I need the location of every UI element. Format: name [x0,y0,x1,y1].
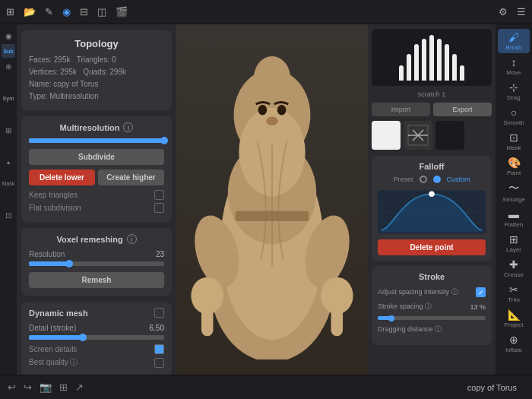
import-button[interactable]: Import [372,103,430,116]
toolbar-icon-grid[interactable]: ⊞ [6,6,14,17]
dragging-distance-row: Dragging distance ⓘ [378,325,486,334]
flat-subdivision-checkbox[interactable] [154,203,164,213]
left-side-icons: ◉ Sub ⊕ Sym ⊞ ▲ Mask ⊡ [0,24,17,375]
multiresolution-info-icon[interactable]: i [123,122,133,132]
delete-point-button[interactable]: Delete point [378,239,486,255]
topology-info: Faces: 295k Triangles: 0 Vertices: 295k … [29,54,164,103]
svg-rect-15 [236,211,309,221]
export-button[interactable]: Export [433,103,492,116]
tool-layer[interactable]: ⊞ Layer [498,231,530,255]
viewport[interactable] [176,24,368,375]
bottom-icon-camera[interactable]: 📷 [40,382,52,393]
multiresolution-slider[interactable] [29,138,164,143]
left-icon-sub[interactable]: Sub [2,44,15,58]
toolbar-icon-video[interactable]: 🎬 [116,6,128,17]
left-icon-grid[interactable]: ⊞ [2,123,15,137]
left-icon-plus[interactable]: ⊕ [2,59,15,73]
stroke-section: Stroke Adjust spacing intensity ⓘ ✓ Stro… [372,266,492,345]
tool-project[interactable]: 📐 Project [498,306,530,331]
smudge-tool-icon: 〜 [508,182,519,195]
inflate-tool-label: Inflate [505,347,522,353]
left-icon-smooth[interactable]: ▲ [2,155,15,169]
falloff-section: Falloff Preset Custom [372,156,492,261]
keep-triangles-checkbox[interactable] [154,190,164,200]
stroke-spacing-row: Stroke spacing ⓘ 13 % [378,302,486,312]
keep-triangles-row: Keep triangles [29,190,164,200]
spacing-intensity-checkbox[interactable]: ✓ [476,287,486,297]
svg-point-5 [254,56,290,100]
toolbar-icon-folder[interactable]: 📂 [24,6,36,17]
remesh-button[interactable]: Remesh [29,272,164,288]
preset-option[interactable]: Preset [393,176,413,183]
toolbar-icon-frame[interactable]: ◫ [97,6,106,17]
screen-details-row: Screen details [29,344,164,354]
brush-tool-icon: 🖌 [508,31,519,43]
move-tool-icon: ↕ [511,56,517,68]
tool-trim[interactable]: ✂ Trim [498,281,530,306]
dynamic-mesh-toggle[interactable] [154,308,164,318]
tool-smudge[interactable]: 〜 Smudge [498,179,530,205]
import-export-row: Import Export [372,103,492,116]
delete-lower-button[interactable]: Delete lower [29,169,95,185]
left-icon-sym[interactable]: Sym [2,91,15,105]
svg-point-14 [266,116,278,125]
toolbar-icon-settings[interactable]: ⚙ [499,6,508,17]
tool-crease[interactable]: ✚ Crease [498,256,530,280]
svg-rect-11 [331,306,344,336]
left-icon-circle[interactable]: ◉ [2,29,15,43]
create-higher-button[interactable]: Create higher [98,169,164,185]
paint-tool-label: Paint [507,169,521,176]
left-icon-mask[interactable]: Mask [2,176,15,190]
voxel-info-icon[interactable]: i [127,234,137,244]
toolbar-icon-circle[interactable]: ◉ [62,6,71,17]
alpha-swatch-dark[interactable] [435,121,464,150]
falloff-curve [378,189,486,235]
alpha-swatch-preview[interactable] [404,121,432,150]
brush-line-7 [445,44,449,81]
tool-smooth[interactable]: ○ Smooth [498,104,530,128]
svg-point-13 [277,104,287,115]
right-tools: 🖌 Brush ↕ Move ⊹ Drag ○ Smooth ⊡ Mask 🎨 … [496,24,532,375]
tool-move[interactable]: ↕ Move [498,54,530,78]
top-toolbar: ⊞ 📂 ✎ ◉ ⊟ ◫ 🎬 ⚙ ☰ [0,0,532,24]
preset-toggle-dot[interactable] [420,176,427,183]
tool-flatten[interactable]: ▬ Flatten [498,206,530,230]
best-quality-checkbox[interactable] [154,358,164,368]
detail-slider[interactable] [29,335,164,340]
project-tool-label: Project [505,321,524,328]
flat-subdivision-row: Flat subdivision [29,203,164,213]
custom-toggle-dot[interactable] [433,176,441,183]
subdivide-button[interactable]: Subdivide [29,149,164,165]
svg-rect-10 [201,306,214,336]
bottom-icon-grid[interactable]: ⊞ [59,382,68,393]
screen-details-checkbox[interactable] [154,344,164,354]
layer-tool-icon: ⊞ [509,233,518,245]
bottom-icon-undo[interactable]: ↩ [8,382,16,393]
left-icon-square[interactable]: ⊡ [2,208,15,222]
voxel-header: Voxel remeshing i [29,234,164,244]
voxel-slider[interactable] [29,261,164,266]
alpha-swatch-white[interactable] [372,121,401,150]
toolbar-icon-menu[interactable]: ☰ [517,6,526,17]
paint-tool-icon: 🎨 [508,157,521,169]
mask-tool-label: Mask [506,144,521,151]
tool-paint[interactable]: 🎨 Paint [498,154,530,179]
tool-inflate[interactable]: ⊕ Inflate [498,331,530,356]
multiresolution-section: Multiresolution i Subdivide Delete lower… [21,116,172,222]
dynamic-mesh-header: Dynamic mesh [29,308,164,318]
brush-name-label: scratch 1 [372,90,492,98]
brush-line-3 [414,44,419,81]
bottom-icon-redo[interactable]: ↪ [24,382,32,393]
custom-option[interactable]: Custom [447,176,470,183]
brush-tool-label: Brush [506,44,522,51]
alpha-preview-svg [407,124,429,147]
toolbar-icon-minus[interactable]: ⊟ [80,6,88,17]
tool-drag[interactable]: ⊹ Drag [498,79,530,103]
crease-tool-label: Crease [504,271,524,278]
tool-brush[interactable]: 🖌 Brush [498,29,530,53]
tool-mask[interactable]: ⊡ Mask [498,129,530,154]
bottom-icon-share[interactable]: ↗ [75,382,84,393]
stroke-spacing-slider[interactable] [378,316,486,320]
drag-tool-icon: ⊹ [509,81,518,93]
toolbar-icon-edit[interactable]: ✎ [45,6,53,17]
